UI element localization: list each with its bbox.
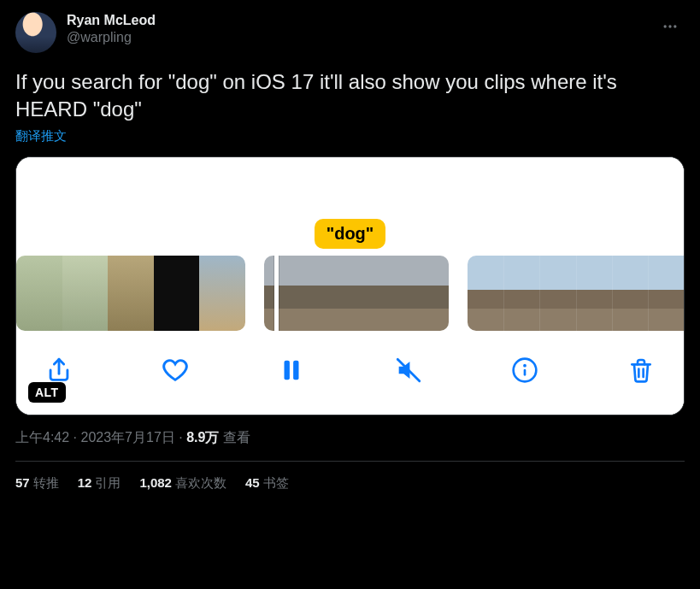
pause-icon	[277, 356, 306, 385]
stats-row: 57转推 12引用 1,082喜欢次数 45书签	[15, 462, 685, 492]
info-button[interactable]	[506, 351, 544, 389]
clip-frame	[468, 256, 503, 331]
author-display-name: Ryan McLeod	[67, 12, 656, 29]
clip-frame	[387, 256, 449, 331]
clip-frame	[576, 256, 612, 331]
video-timeline[interactable]	[16, 256, 684, 339]
info-icon	[511, 356, 538, 384]
clip-frame	[154, 256, 200, 331]
clip-frame	[62, 256, 109, 331]
like-button[interactable]	[156, 351, 194, 389]
svg-point-1	[668, 25, 671, 27]
tweet-text: If you search for "dog" on iOS 17 it'll …	[15, 68, 685, 123]
pause-button[interactable]	[273, 351, 310, 389]
tweet-container: Ryan McLeod @warpling If you search for …	[0, 0, 700, 492]
mute-button[interactable]	[390, 351, 427, 389]
media-toolbar	[16, 339, 684, 415]
share-icon	[44, 356, 74, 385]
svg-point-2	[674, 25, 676, 27]
tweet-time: 上午4:42	[15, 430, 69, 445]
ellipsis-icon	[662, 18, 679, 35]
clip-frame	[503, 256, 539, 331]
speaker-slash-icon	[394, 356, 423, 385]
clip-frame	[612, 256, 648, 331]
clip-frame	[108, 256, 154, 331]
avatar[interactable]	[15, 12, 56, 53]
tweet-date: 2023年7月17日	[80, 430, 174, 445]
views-count: 8.9万	[186, 430, 219, 445]
clip-frame	[648, 256, 684, 331]
stat-quotes[interactable]: 12引用	[78, 475, 121, 492]
stat-retweets[interactable]: 57转推	[15, 475, 59, 492]
stat-bookmarks[interactable]: 45书签	[245, 475, 289, 492]
clip-frame	[539, 256, 575, 331]
alt-badge[interactable]: ALT	[28, 382, 66, 403]
translate-link[interactable]: 翻译推文	[15, 128, 685, 144]
playhead[interactable]	[274, 256, 279, 331]
svg-rect-8	[523, 369, 526, 376]
caption-row: "dog"	[16, 219, 684, 256]
svg-point-7	[523, 364, 526, 368]
views-label: 查看	[219, 430, 250, 445]
clip-group-1[interactable]	[16, 256, 245, 331]
svg-point-0	[664, 25, 667, 27]
delete-button[interactable]	[622, 351, 660, 389]
caption-bubble: "dog"	[315, 219, 386, 249]
tweet-header: Ryan McLeod @warpling	[15, 12, 685, 53]
clip-frame	[16, 256, 62, 331]
media-top-space	[16, 157, 684, 219]
more-button[interactable]	[656, 12, 685, 41]
author-handle: @warpling	[67, 29, 656, 46]
svg-rect-4	[294, 361, 299, 380]
clip-frame	[199, 256, 245, 331]
media-card[interactable]: "dog"	[15, 156, 685, 415]
clip-group-2[interactable]	[264, 256, 449, 331]
tweet-meta[interactable]: 上午4:42 · 2023年7月17日 · 8.9万 查看	[15, 429, 685, 447]
heart-icon	[161, 356, 190, 385]
stat-likes[interactable]: 1,082喜欢次数	[139, 475, 226, 492]
clip-group-3[interactable]	[468, 256, 684, 331]
author-block[interactable]: Ryan McLeod @warpling	[67, 12, 656, 46]
svg-rect-3	[285, 361, 290, 380]
clip-frame	[326, 256, 387, 331]
clip-frame	[264, 256, 326, 331]
trash-icon	[627, 356, 655, 384]
